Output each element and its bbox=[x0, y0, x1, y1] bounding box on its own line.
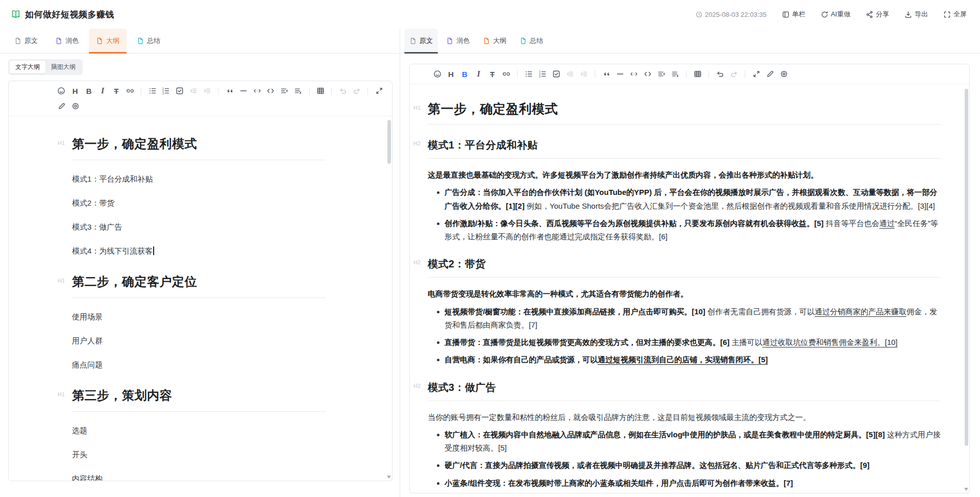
doc-heading-text: 模式2：带货 bbox=[428, 257, 941, 278]
toolbar-expand-button[interactable] bbox=[749, 68, 763, 80]
doc-bullet-item[interactable]: 短视频带货/橱窗功能：在视频中直接添加商品链接，用户点击即可购买。[10] 创作… bbox=[428, 305, 941, 332]
toolbar-quote-button[interactable] bbox=[599, 68, 613, 80]
outline-paragraph[interactable]: 用户人群 bbox=[72, 335, 326, 346]
toolbar-code-block-button[interactable] bbox=[264, 85, 278, 97]
doc-bullet-item[interactable]: 广告分成：当你加入平台的合作伙伴计划 (如YouTube的YPP) 后，平台会在… bbox=[428, 186, 941, 213]
scrollbar-thumb[interactable] bbox=[965, 89, 968, 446]
scroll-down-arrow-icon[interactable] bbox=[964, 488, 968, 491]
outline-paragraph[interactable]: 内容结构 bbox=[72, 473, 326, 481]
document-scrollbar[interactable] bbox=[963, 64, 969, 493]
subtab-mindmap-outline[interactable]: 脑图大纲 bbox=[45, 61, 81, 73]
doc-bullet-item[interactable]: 硬广/代言：直接为品牌拍摄宣传视频，或者在视频中明确提及并推荐品牌。这包括冠名、… bbox=[428, 459, 941, 472]
doc-heading[interactable]: H2模式2：带货 bbox=[428, 257, 941, 278]
toolbar-bold-button[interactable]: B bbox=[458, 68, 472, 80]
toolbar-table-button[interactable] bbox=[691, 68, 704, 80]
outline-paragraph[interactable]: 模式4：为线下引流获客 bbox=[72, 245, 326, 256]
outline-scrollbar[interactable] bbox=[386, 81, 392, 481]
fullscreen-button[interactable]: 全屏 bbox=[943, 10, 967, 19]
doc-heading[interactable]: H2模式1：平台分成和补贴 bbox=[428, 138, 941, 159]
toolbar-strikethrough-button[interactable]: T bbox=[109, 85, 123, 97]
scrollbar-thumb[interactable] bbox=[387, 120, 391, 164]
doc-bullet-item[interactable]: 创作激励/补贴：像今日头条、西瓜视频等平台会为原创视频提供补贴，只要发布原创内容… bbox=[428, 217, 941, 244]
export-button[interactable]: 导出 bbox=[904, 10, 928, 19]
text-segment: 直播带货是比短视频带货更高效的变现方式，但对主播的要求也更高。[6] bbox=[483, 338, 729, 346]
outline-editor-content[interactable]: H1第一步，确定盈利模式模式1：平台分成和补贴模式2：带货模式3：做广告模式4：… bbox=[9, 116, 392, 481]
toolbar-emoji-button[interactable] bbox=[430, 68, 444, 80]
toolbar-italic-button[interactable]: I bbox=[96, 85, 110, 97]
toolbar-table-button[interactable] bbox=[314, 85, 328, 97]
tab-summary[interactable]: 总结 bbox=[130, 29, 167, 53]
doc-bullet-item[interactable]: 直播带货：直播带货是比短视频带货更高效的变现方式，但对主播的要求也更高。[6] … bbox=[428, 336, 941, 349]
doc-paragraph[interactable]: 当你的账号拥有一定数量和粘性的粉丝后，就会吸引品牌方的注意，这是目前短视频领域最… bbox=[428, 411, 941, 424]
toolbar-link-button[interactable] bbox=[123, 85, 137, 97]
doc-paragraph[interactable]: 电商带货变现是转化效率非常高的一种模式，尤其适合有带货能力的创作者。 bbox=[428, 287, 941, 301]
outline-paragraph[interactable]: 模式1：平台分成和补贴 bbox=[72, 173, 326, 184]
doc-bullet-item[interactable]: 软广植入：在视频内容中自然地融入品牌或产品信息，例如在生活vlog中使用的护肤品… bbox=[428, 428, 941, 455]
ai-redo-button[interactable]: AI重做 bbox=[821, 10, 850, 19]
tab-original[interactable]: 原文 bbox=[7, 29, 45, 53]
toolbar-quote-button[interactable] bbox=[223, 85, 236, 97]
toolbar-align-left-button[interactable] bbox=[278, 85, 291, 97]
toolbar-code-block-button[interactable] bbox=[641, 68, 654, 80]
timestamp-text: 2025-08-03 22:03:35 bbox=[705, 11, 767, 18]
doc-heading[interactable]: H2模式3：做广告 bbox=[428, 381, 941, 401]
outline-paragraph[interactable]: 使用场景 bbox=[72, 311, 326, 322]
toolbar-align-left-button[interactable] bbox=[654, 68, 668, 80]
outline-paragraph[interactable]: 痛点问题 bbox=[72, 359, 326, 370]
edit-icon bbox=[58, 102, 66, 110]
subtab-text-outline[interactable]: 文字大纲 bbox=[10, 61, 45, 73]
doc-paragraph[interactable]: 这是最直接也最基础的变现方式。许多短视频平台为了激励创作者持续产出优质内容，会推… bbox=[428, 168, 941, 182]
heading-level-gutter: H1 bbox=[413, 105, 421, 111]
toolbar-divider-button[interactable] bbox=[613, 68, 627, 80]
tab-outline[interactable]: 大纲 bbox=[89, 29, 127, 53]
toolbar-undo-button[interactable] bbox=[713, 68, 727, 80]
toolbar-task-list-button[interactable] bbox=[173, 85, 187, 97]
toolbar-expand-button[interactable] bbox=[372, 85, 386, 97]
toolbar-bullet-list-button[interactable] bbox=[145, 85, 159, 97]
toolbar-inline-code-button[interactable] bbox=[627, 68, 641, 80]
outline-paragraph[interactable]: 模式3：做广告 bbox=[72, 221, 326, 232]
tab-original[interactable]: 原文 bbox=[404, 29, 438, 53]
toolbar-edit-button[interactable] bbox=[55, 100, 68, 112]
outline-heading[interactable]: H1第一步，确定盈利模式 bbox=[72, 136, 326, 160]
toolbar-preview-button[interactable] bbox=[777, 68, 791, 80]
toolbar-align-right-button[interactable] bbox=[291, 85, 305, 97]
toolbar-divider-button[interactable] bbox=[236, 85, 250, 97]
toolbar-ordered-list-button[interactable]: 123 bbox=[159, 85, 173, 97]
doc-heading[interactable]: H1第一步，确定盈利模式 bbox=[428, 101, 941, 125]
ordered-list-icon: 123 bbox=[162, 87, 170, 95]
scroll-down-arrow-icon[interactable] bbox=[387, 476, 391, 479]
tab-summary[interactable]: 总结 bbox=[514, 29, 548, 53]
toolbar-italic-button[interactable]: I bbox=[472, 68, 485, 80]
outline-heading[interactable]: H1第三步，策划内容 bbox=[72, 387, 326, 412]
tab-polish[interactable]: 润色 bbox=[441, 29, 475, 53]
doc-bullet-item[interactable]: 小蓝条/组件变现：在发布视频时带上商家的小蓝条或相关组件，用户点击后即可为创作者… bbox=[428, 477, 941, 490]
toolbar-align-right-button[interactable] bbox=[668, 68, 682, 80]
share-button[interactable]: 分享 bbox=[866, 10, 889, 19]
toolbar-emoji-button[interactable] bbox=[55, 85, 68, 97]
toolbar-heading-button[interactable]: H bbox=[68, 85, 82, 97]
toolbar-task-list-button[interactable] bbox=[549, 68, 563, 80]
toolbar-preview-button[interactable] bbox=[68, 100, 82, 112]
document-editor-content[interactable]: H1第一步，确定盈利模式H2模式1：平台分成和补贴这是最直接也最基础的变现方式。… bbox=[410, 84, 969, 492]
outline-heading[interactable]: H1第二步，确定客户定位 bbox=[72, 274, 326, 298]
tab-outline[interactable]: 大纲 bbox=[478, 29, 511, 53]
bullet-list-icon bbox=[525, 70, 533, 78]
single-column-button[interactable]: 单栏 bbox=[782, 10, 805, 19]
outline-paragraph[interactable]: 选题 bbox=[72, 425, 326, 436]
outline-paragraph[interactable]: 开头 bbox=[72, 449, 326, 460]
text-segment: 硬广/代言： bbox=[445, 461, 485, 469]
toolbar-inline-code-button[interactable] bbox=[250, 85, 264, 97]
toolbar-bold-button[interactable]: B bbox=[82, 85, 96, 97]
outline-paragraph[interactable]: 模式2：带货 bbox=[72, 197, 326, 208]
active-tab-underline bbox=[89, 52, 127, 54]
toolbar-edit-button[interactable] bbox=[763, 68, 777, 80]
toolbar-link-button[interactable] bbox=[499, 68, 513, 80]
toolbar-heading-button[interactable]: H bbox=[444, 68, 458, 80]
doc-bullet-item[interactable]: 自营电商：如果你有自己的产品或货源，可以通过短视频引流到自己的店铺，实现销售闭环… bbox=[428, 353, 941, 366]
tab-polish[interactable]: 润色 bbox=[48, 29, 86, 53]
toolbar-ordered-list-button[interactable]: 123 bbox=[535, 68, 549, 80]
document-title: 如何做好短视频多赚钱 bbox=[25, 9, 114, 20]
toolbar-strikethrough-button[interactable]: T bbox=[485, 68, 499, 80]
toolbar-bullet-list-button[interactable] bbox=[522, 68, 535, 80]
